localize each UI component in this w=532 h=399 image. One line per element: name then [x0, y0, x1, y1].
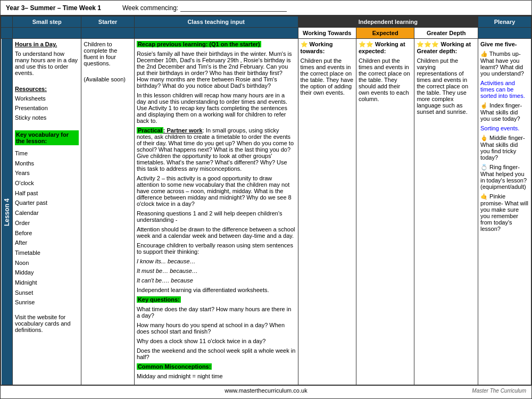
gd-text: Children put the varying representations… — [417, 57, 476, 115]
vocab-months: Months — [15, 159, 79, 169]
plenary-index: ☝ Index finger- What skills did you use … — [480, 102, 529, 122]
key-questions-highlight: Key questions: — [137, 296, 181, 303]
page-footer: www.masterthecurriculum.co.uk Master The… — [1, 385, 531, 395]
vocab-sunset: Sunset — [15, 288, 79, 298]
vocab-midday: Midday — [15, 268, 79, 278]
partner-work: : Partner work — [163, 127, 203, 134]
practical-highlight: Practical — [137, 127, 163, 134]
vocab-timetable: Timetable — [15, 248, 79, 258]
vocab-footer: Visit the website for vocabulary cards a… — [15, 314, 79, 333]
teaching-header: Class teaching input — [134, 16, 298, 28]
q3: Why does a clock show 11 o'clock twice i… — [137, 338, 296, 344]
teaching-para6: Attention should be drawn to the differe… — [137, 226, 296, 239]
vocab-after: After — [15, 238, 79, 248]
expected-header: Expected — [356, 28, 414, 39]
plenary-intro: Give me five- — [480, 41, 529, 47]
q1: What time does the day start? How many h… — [137, 306, 296, 319]
vocab-before: Before — [15, 228, 79, 238]
sub-small-step-blank — [12, 28, 81, 39]
teaching-para1: Rosie's family all have their birthdays … — [137, 51, 296, 89]
page-header: Year 3– Summer – Time Week 1 Week commen… — [1, 1, 531, 16]
starter-cell: Children to complete the fluent in four … — [81, 39, 135, 385]
vocab-sunrise: Sunrise — [15, 297, 79, 307]
vocab-order: Order — [15, 218, 79, 228]
lesson-col-header — [1, 16, 13, 28]
recap-highlight: Recap previous learning: (Q1 on the star… — [137, 41, 261, 47]
misconceptions-highlight: Common Misconceptions: — [137, 363, 212, 370]
stem2: It must be… because… — [137, 268, 296, 274]
footer-url: www.masterthecurriculum.co.uk — [136, 387, 396, 394]
wt-stars: ⭐ — [301, 41, 308, 47]
q4: Does the weekend and the school week spl… — [137, 347, 296, 360]
teaching-para8: Independent learning via differentiated … — [137, 287, 296, 293]
small-step-header: Small step — [12, 16, 81, 28]
teaching-cell: Recap previous learning: (Q1 on the star… — [134, 39, 298, 385]
plenary-header: Plenary — [478, 16, 531, 28]
week-commencing-label: Week commencing: — [122, 4, 178, 12]
plenary-activities-blue: Activities and times can be sorted into … — [480, 80, 529, 99]
gd-stars: ⭐⭐⭐ — [417, 41, 439, 47]
greater-depth-header: Greater Depth — [414, 28, 478, 39]
footer-brand: Master The Curriculum — [396, 388, 527, 394]
hours-in-day-title: Hours in a Day. — [15, 41, 57, 47]
small-step-cell: Hours in a Day. To understand how many h… — [12, 39, 81, 385]
starter-available: (Available soon) — [84, 76, 132, 82]
wt-text: Children put the times and events in the… — [301, 57, 354, 96]
independent-learning-label: Independent learning — [359, 19, 418, 25]
greater-depth-cell: ⭐⭐⭐ Working at Greater depth: Children p… — [414, 39, 478, 385]
resource-worksheets: Worksheets — [15, 95, 79, 102]
working-towards-cell: ⭐ Working towards: Children put the time… — [298, 39, 356, 385]
vocab-calendar: Calendar — [15, 208, 79, 218]
vocab-quarterpast: Quarter past — [15, 198, 79, 208]
sub-plenary-blank — [478, 28, 531, 39]
plenary-cell: Give me five- 👍 Thumbs up- What have you… — [478, 39, 531, 385]
resource-sticky: Sticky notes — [15, 114, 79, 121]
teaching-para4: Activity 2 – this activity is a good opp… — [137, 175, 296, 207]
lesson-label: Lesson 4 — [3, 198, 10, 226]
plenary-sorting-blue: Sorting events. — [480, 125, 529, 131]
teaching-para5: Reasoning questions 1 and 2 will help de… — [137, 210, 296, 223]
sub-starter-blank — [81, 28, 135, 39]
teaching-para7: Encourage children to verbally reason us… — [137, 242, 296, 255]
vocab-time: Time — [15, 148, 79, 159]
vocab-halfpast: Half past — [15, 188, 79, 198]
week-line — [180, 4, 287, 12]
starter-text: Children to complete the fluent in four … — [84, 41, 132, 66]
vocab-list: Time Months Years O'clock Half past Quar… — [15, 148, 79, 307]
stem1: I know its... because… — [137, 258, 296, 264]
exp-stars: ⭐⭐ — [359, 41, 373, 47]
plenary-thumb: 👍 Thumbs up- What have you learnt? What … — [480, 51, 529, 77]
vocab-noon: Noon — [15, 258, 79, 268]
page-title: Year 3– Summer – Time Week 1 — [6, 4, 101, 12]
q2: How many hours do you spend at school in… — [137, 322, 296, 335]
starter-header: Starter — [81, 16, 135, 28]
main-table: Small step Starter Class teaching input … — [1, 16, 531, 385]
sub-header-row: Working Towards Expected Greater Depth — [1, 28, 531, 39]
vocab-oclock: O'clock — [15, 178, 79, 188]
resources-title: Resources: — [15, 86, 47, 92]
plenary-pinkie: 🤙 Pinkie promise- What will you make sur… — [480, 193, 529, 232]
lesson-row: Lesson 4 Hours in a Day. To understand h… — [1, 39, 531, 385]
hours-description: To understand how many hours are in a da… — [15, 51, 79, 76]
stem3: It can't be…. because — [137, 277, 296, 284]
resource-presentation: Presentation — [15, 105, 79, 111]
exp-text: Children put the times and events in the… — [359, 57, 412, 102]
teaching-para2: In this lesson children will recap how m… — [137, 92, 296, 124]
vocab-midnight: Midnight — [15, 278, 79, 288]
plenary-ring: 💍 Ring finger- What helped you in today'… — [480, 164, 529, 190]
vocab-label: Key vocabulary for the lesson: — [15, 130, 79, 145]
working-towards-header: Working Towards — [298, 28, 356, 39]
column-header-row: Small step Starter Class teaching input … — [1, 16, 531, 28]
plenary-middle: 🖕 Middle finger- What skills did you fin… — [480, 135, 529, 161]
vocab-years: Years — [15, 168, 79, 178]
independent-learning-header: Independent learning — [298, 16, 478, 28]
misconception1: Midday and midnight = night time — [137, 373, 296, 379]
sub-lesson-blank — [1, 28, 13, 39]
sub-teaching-blank — [134, 28, 298, 39]
lesson-label-cell: Lesson 4 — [1, 39, 13, 385]
expected-cell: ⭐⭐ Working at expected: Children put the… — [356, 39, 414, 385]
teaching-para3: : In small groups, using sticky notes, a… — [137, 127, 294, 172]
